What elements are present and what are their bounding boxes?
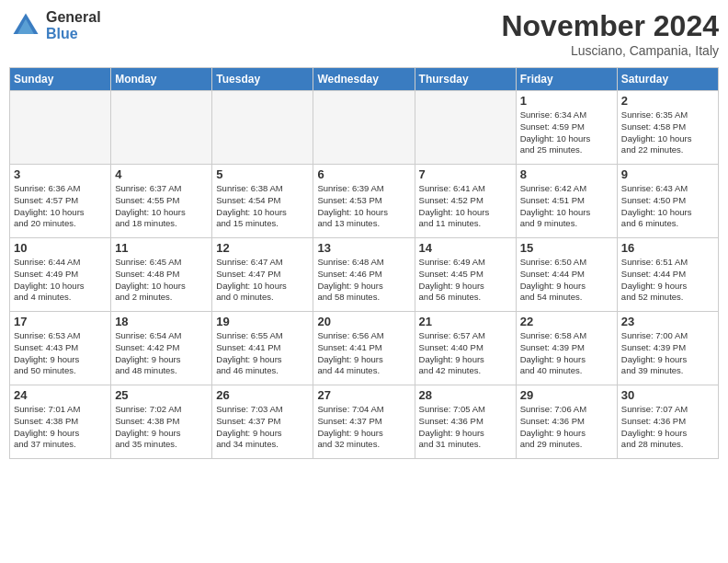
day-info: Sunrise: 6:57 AM Sunset: 4:40 PM Dayligh… (419, 330, 512, 377)
day-header-saturday: Saturday (617, 68, 718, 91)
day-number: 17 (14, 315, 107, 328)
day-number: 10 (14, 241, 107, 255)
day-number: 9 (621, 167, 714, 181)
calendar-cell: 28Sunrise: 7:05 AM Sunset: 4:36 PM Dayli… (415, 385, 516, 459)
calendar-header-row: SundayMondayTuesdayWednesdayThursdayFrid… (10, 68, 719, 91)
day-info: Sunrise: 6:36 AM Sunset: 4:57 PM Dayligh… (14, 183, 107, 230)
day-info: Sunrise: 6:56 AM Sunset: 4:41 PM Dayligh… (317, 330, 410, 377)
day-info: Sunrise: 6:35 AM Sunset: 4:58 PM Dayligh… (621, 109, 714, 156)
day-number: 25 (115, 388, 208, 402)
logo: General Blue (9, 9, 101, 42)
day-header-tuesday: Tuesday (212, 68, 313, 91)
day-number: 4 (115, 167, 208, 181)
day-info: Sunrise: 6:39 AM Sunset: 4:53 PM Dayligh… (317, 183, 410, 230)
page-header: General Blue November 2024 Lusciano, Cam… (9, 9, 719, 58)
week-row-4: 17Sunrise: 6:53 AM Sunset: 4:43 PM Dayli… (10, 312, 719, 385)
calendar-cell (111, 91, 212, 165)
day-number: 16 (621, 241, 714, 255)
calendar-cell: 16Sunrise: 6:51 AM Sunset: 4:44 PM Dayli… (617, 238, 718, 312)
day-number: 21 (419, 315, 512, 328)
day-info: Sunrise: 6:47 AM Sunset: 4:47 PM Dayligh… (216, 257, 309, 304)
calendar-cell: 30Sunrise: 7:07 AM Sunset: 4:36 PM Dayli… (617, 385, 718, 459)
day-info: Sunrise: 6:51 AM Sunset: 4:44 PM Dayligh… (621, 257, 714, 304)
day-info: Sunrise: 7:00 AM Sunset: 4:39 PM Dayligh… (621, 330, 714, 377)
day-number: 14 (419, 241, 512, 255)
day-info: Sunrise: 6:58 AM Sunset: 4:39 PM Dayligh… (520, 330, 613, 377)
day-number: 8 (520, 167, 613, 181)
day-info: Sunrise: 6:54 AM Sunset: 4:42 PM Dayligh… (115, 330, 208, 377)
calendar-cell: 4Sunrise: 6:37 AM Sunset: 4:55 PM Daylig… (111, 165, 212, 238)
logo-text: General Blue (46, 9, 101, 41)
day-number: 24 (14, 388, 107, 402)
day-number: 6 (317, 167, 410, 181)
calendar-cell: 25Sunrise: 7:02 AM Sunset: 4:38 PM Dayli… (111, 385, 212, 459)
day-info: Sunrise: 7:03 AM Sunset: 4:37 PM Dayligh… (216, 404, 309, 451)
calendar-cell (313, 91, 415, 165)
day-info: Sunrise: 6:48 AM Sunset: 4:46 PM Dayligh… (317, 257, 410, 304)
day-number: 26 (216, 388, 309, 402)
day-info: Sunrise: 6:37 AM Sunset: 4:55 PM Dayligh… (115, 183, 208, 230)
day-number: 20 (317, 315, 410, 328)
calendar-cell: 19Sunrise: 6:55 AM Sunset: 4:41 PM Dayli… (212, 312, 313, 385)
calendar-cell: 14Sunrise: 6:49 AM Sunset: 4:45 PM Dayli… (415, 238, 516, 312)
day-header-wednesday: Wednesday (313, 68, 415, 91)
logo-general-text: General (46, 9, 101, 26)
calendar-cell: 20Sunrise: 6:56 AM Sunset: 4:41 PM Dayli… (313, 312, 415, 385)
calendar-cell: 10Sunrise: 6:44 AM Sunset: 4:49 PM Dayli… (10, 238, 111, 312)
calendar-cell: 13Sunrise: 6:48 AM Sunset: 4:46 PM Dayli… (313, 238, 415, 312)
day-info: Sunrise: 7:01 AM Sunset: 4:38 PM Dayligh… (14, 404, 107, 451)
calendar-cell: 26Sunrise: 7:03 AM Sunset: 4:37 PM Dayli… (212, 385, 313, 459)
calendar-cell (10, 91, 111, 165)
day-number: 3 (14, 167, 107, 181)
calendar-cell: 7Sunrise: 6:41 AM Sunset: 4:52 PM Daylig… (415, 165, 516, 238)
day-number: 1 (520, 94, 613, 108)
day-header-sunday: Sunday (10, 68, 111, 91)
calendar-cell: 22Sunrise: 6:58 AM Sunset: 4:39 PM Dayli… (516, 312, 617, 385)
calendar-cell: 27Sunrise: 7:04 AM Sunset: 4:37 PM Dayli… (313, 385, 415, 459)
calendar-cell: 29Sunrise: 7:06 AM Sunset: 4:36 PM Dayli… (516, 385, 617, 459)
day-number: 19 (216, 315, 309, 328)
day-info: Sunrise: 6:53 AM Sunset: 4:43 PM Dayligh… (14, 330, 107, 377)
calendar-table: SundayMondayTuesdayWednesdayThursdayFrid… (9, 67, 719, 459)
day-info: Sunrise: 6:41 AM Sunset: 4:52 PM Dayligh… (419, 183, 512, 230)
day-number: 29 (520, 388, 613, 402)
day-info: Sunrise: 7:04 AM Sunset: 4:37 PM Dayligh… (317, 404, 410, 451)
calendar-cell: 3Sunrise: 6:36 AM Sunset: 4:57 PM Daylig… (10, 165, 111, 238)
day-number: 27 (317, 388, 410, 402)
day-header-friday: Friday (516, 68, 617, 91)
logo-icon (9, 9, 42, 42)
day-number: 28 (419, 388, 512, 402)
location: Lusciano, Campania, Italy (501, 43, 719, 58)
day-info: Sunrise: 7:02 AM Sunset: 4:38 PM Dayligh… (115, 404, 208, 451)
calendar-cell: 12Sunrise: 6:47 AM Sunset: 4:47 PM Dayli… (212, 238, 313, 312)
calendar-cell: 18Sunrise: 6:54 AM Sunset: 4:42 PM Dayli… (111, 312, 212, 385)
day-number: 11 (115, 241, 208, 255)
day-info: Sunrise: 7:06 AM Sunset: 4:36 PM Dayligh… (520, 404, 613, 451)
day-info: Sunrise: 7:05 AM Sunset: 4:36 PM Dayligh… (419, 404, 512, 451)
month-title: November 2024 (501, 9, 719, 43)
day-info: Sunrise: 6:38 AM Sunset: 4:54 PM Dayligh… (216, 183, 309, 230)
week-row-3: 10Sunrise: 6:44 AM Sunset: 4:49 PM Dayli… (10, 238, 719, 312)
day-number: 13 (317, 241, 410, 255)
day-info: Sunrise: 7:07 AM Sunset: 4:36 PM Dayligh… (621, 404, 714, 451)
day-number: 18 (115, 315, 208, 328)
day-info: Sunrise: 6:49 AM Sunset: 4:45 PM Dayligh… (419, 257, 512, 304)
day-number: 7 (419, 167, 512, 181)
day-number: 12 (216, 241, 309, 255)
calendar-cell (415, 91, 516, 165)
day-header-thursday: Thursday (415, 68, 516, 91)
day-info: Sunrise: 6:42 AM Sunset: 4:51 PM Dayligh… (520, 183, 613, 230)
calendar-cell: 8Sunrise: 6:42 AM Sunset: 4:51 PM Daylig… (516, 165, 617, 238)
calendar-cell: 21Sunrise: 6:57 AM Sunset: 4:40 PM Dayli… (415, 312, 516, 385)
day-header-monday: Monday (111, 68, 212, 91)
day-info: Sunrise: 6:55 AM Sunset: 4:41 PM Dayligh… (216, 330, 309, 377)
calendar-cell: 5Sunrise: 6:38 AM Sunset: 4:54 PM Daylig… (212, 165, 313, 238)
calendar-cell: 1Sunrise: 6:34 AM Sunset: 4:59 PM Daylig… (516, 91, 617, 165)
day-info: Sunrise: 6:45 AM Sunset: 4:48 PM Dayligh… (115, 257, 208, 304)
calendar-cell: 24Sunrise: 7:01 AM Sunset: 4:38 PM Dayli… (10, 385, 111, 459)
week-row-5: 24Sunrise: 7:01 AM Sunset: 4:38 PM Dayli… (10, 385, 719, 459)
week-row-1: 1Sunrise: 6:34 AM Sunset: 4:59 PM Daylig… (10, 91, 719, 165)
logo-blue-text: Blue (46, 26, 101, 42)
calendar-cell: 17Sunrise: 6:53 AM Sunset: 4:43 PM Dayli… (10, 312, 111, 385)
day-number: 15 (520, 241, 613, 255)
